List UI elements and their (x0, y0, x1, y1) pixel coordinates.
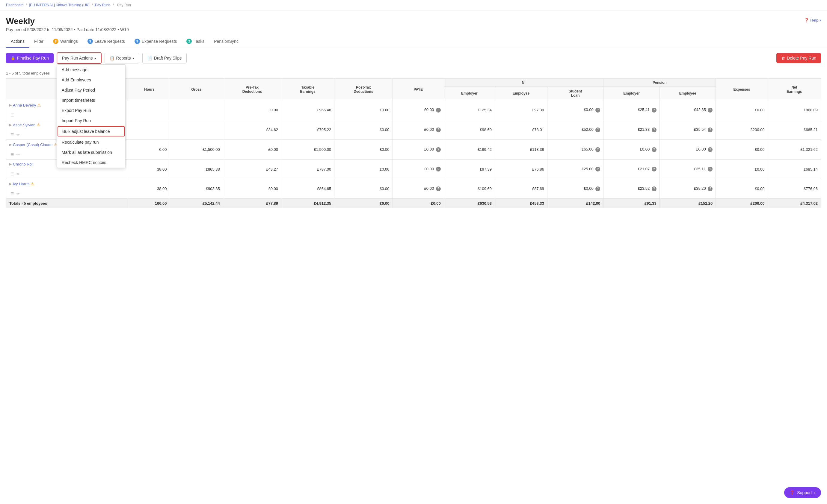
totals-ni-employer: £630.53 (444, 199, 495, 208)
tab-tasks[interactable]: 2 Tasks (182, 35, 209, 48)
col-header-hours: Hours (129, 79, 170, 100)
totals-paye: £0.00 (393, 199, 444, 208)
tab-leave-requests[interactable]: 3 Leave Requests (83, 35, 130, 48)
ni-employer-cell: £125.34 (444, 100, 495, 120)
page-subtitle: Pay period 5/08/2022 to 11/08/2022 • Pai… (6, 27, 821, 32)
reports-button[interactable]: 📋 Reports ▾ (105, 53, 139, 63)
dropdown-recalculate-pay-run[interactable]: Recalculate pay run (57, 137, 125, 147)
pay-run-actions-button[interactable]: Pay Run Actions ▾ (57, 52, 102, 64)
delete-pay-run-button[interactable]: 🗑 Delete Pay Run (776, 53, 821, 63)
help-button[interactable]: ❓ Help ▾ (804, 18, 821, 22)
finalise-pay-run-button[interactable]: 🔒 Finalise Pay Run (6, 53, 54, 63)
edit-icon[interactable]: ✏ (16, 191, 20, 196)
pension-employer-help-icon[interactable]: ? (652, 186, 656, 191)
dropdown-add-employees[interactable]: Add Employees (57, 75, 125, 85)
hours-cell (129, 100, 170, 120)
pension-employer-help-icon[interactable]: ? (652, 167, 656, 171)
net-earnings-cell: £776.96 (768, 179, 821, 199)
edit-icon[interactable]: ✏ (16, 152, 20, 157)
question-circle-icon: ❓ (804, 18, 809, 22)
student-loan-help-icon[interactable]: ? (595, 167, 600, 171)
dropdown-import-timesheets[interactable]: Import timesheets (57, 95, 125, 105)
gross-cell (170, 100, 223, 120)
hours-cell: 38.00 (129, 179, 170, 199)
student-loan-help-icon[interactable]: ? (595, 127, 600, 132)
breadcrumb-pay-runs[interactable]: Pay Runs (95, 3, 110, 7)
pension-employee-help-icon[interactable]: ? (708, 186, 713, 191)
list-icon[interactable]: ☰ (10, 191, 14, 196)
totals-net-earnings: £4,317.02 (768, 199, 821, 208)
pay-run-table: Hours Gross Pre-TaxDeductions TaxableEar… (6, 78, 821, 208)
paye-help-icon[interactable]: ? (436, 147, 441, 152)
ni-employer-cell: £97.39 (444, 160, 495, 179)
student-loan-cell: £25.00 ? (547, 160, 603, 179)
paye-cell: £0.00 ? (393, 160, 444, 179)
tab-pension-sync[interactable]: PensionSync (209, 35, 243, 48)
totals-student-loan: £142.00 (547, 199, 603, 208)
draft-pay-slips-button[interactable]: 📄 Draft Pay Slips (142, 53, 187, 63)
post-tax-ded-cell: £0.00 (334, 179, 393, 199)
pension-employer-cell: £25.41 ? (603, 100, 660, 120)
tab-actions[interactable]: Actions (6, 35, 29, 48)
taxable-earnings-cell: £864.65 (281, 179, 334, 199)
list-icon[interactable]: ☰ (10, 152, 14, 157)
edit-icon[interactable]: ✏ (16, 172, 20, 176)
pension-employer-help-icon[interactable]: ? (652, 108, 656, 113)
pension-employee-help-icon[interactable]: ? (708, 147, 713, 152)
ni-employer-cell: £98.69 (444, 120, 495, 140)
dropdown-mark-late-submission[interactable]: Mark all as late submission (57, 147, 125, 157)
totals-post-tax: £0.00 (334, 199, 393, 208)
table-row: ▶ Ivy Harris ⚠ ☰ ✏ 38.00 £903.85 £0.00 £… (6, 179, 821, 199)
list-icon[interactable]: ☰ (10, 113, 14, 117)
taxable-earnings-cell: £795.22 (281, 120, 334, 140)
pension-employee-help-icon[interactable]: ? (708, 108, 713, 113)
totals-pension-employer: £91.33 (603, 199, 660, 208)
chevron-down-icon: ▾ (820, 18, 821, 22)
hours-cell: 6.00 (129, 140, 170, 160)
dropdown-adjust-pay-period[interactable]: Adjust Pay Period (57, 85, 125, 95)
student-loan-cell: £0.00 ? (547, 179, 603, 199)
pension-employer-cell: £21.07 ? (603, 160, 660, 179)
tab-expense-requests[interactable]: 3 Expense Requests (130, 35, 182, 48)
breadcrumb-dashboard[interactable]: Dashboard (6, 3, 24, 7)
student-loan-help-icon[interactable]: ? (595, 186, 600, 191)
col-header-net-earnings: NetEarnings (768, 79, 821, 100)
dropdown-recheck-hmrc[interactable]: Recheck HMRC notices (57, 157, 125, 168)
totals-gross: £5,142.44 (170, 199, 223, 208)
paye-help-icon[interactable]: ? (436, 127, 441, 132)
pension-employee-help-icon[interactable]: ? (708, 167, 713, 171)
net-earnings-cell: £685.14 (768, 160, 821, 179)
tab-warnings[interactable]: 6 Warnings (48, 35, 83, 48)
student-loan-help-icon[interactable]: ? (595, 147, 600, 152)
edit-icon[interactable]: ✏ (16, 132, 20, 137)
chevron-right-icon: ▶ (9, 182, 12, 186)
col-header-paye: PAYE (393, 79, 444, 100)
col-header-pension-employee: Employee (660, 87, 716, 100)
dropdown-bulk-adjust-leave[interactable]: Bulk adjust leave balance (57, 126, 125, 136)
paye-help-icon[interactable]: ? (436, 108, 441, 113)
student-loan-help-icon[interactable]: ? (595, 108, 600, 113)
employee-name-link[interactable]: ▶ Ivy Harris ⚠ (9, 181, 126, 186)
paye-help-icon[interactable]: ? (436, 186, 441, 191)
dropdown-export-pay-run[interactable]: Export Pay Run (57, 105, 125, 116)
dropdown-add-message[interactable]: Add message (57, 65, 125, 75)
net-earnings-cell: £1,321.62 (768, 140, 821, 160)
pension-employee-help-icon[interactable]: ? (708, 127, 713, 132)
pay-run-actions-dropdown[interactable]: Pay Run Actions ▾ Add message Add Employ… (57, 52, 102, 64)
pension-employee-cell: £39.20 ? (660, 179, 716, 199)
ni-employee-cell: £113.38 (495, 140, 547, 160)
col-header-pension-group: Pension (603, 79, 716, 87)
table-row: ▶ Ashe Sylvian ⚠ ☰ ✏ £34.62 £795.22 £0.0… (6, 120, 821, 140)
pre-tax-ded-cell: £43.27 (223, 160, 281, 179)
pension-employer-help-icon[interactable]: ? (652, 127, 656, 132)
dropdown-import-pay-run[interactable]: Import Pay Run (57, 116, 125, 126)
pension-employer-help-icon[interactable]: ? (652, 147, 656, 152)
paye-help-icon[interactable]: ? (436, 167, 441, 171)
student-loan-cell: £65.00 ? (547, 140, 603, 160)
chevron-right-icon: ▶ (9, 103, 12, 107)
gross-cell (170, 120, 223, 140)
list-icon[interactable]: ☰ (10, 172, 14, 176)
tab-filter[interactable]: Filter (29, 35, 48, 48)
breadcrumb-company[interactable]: [EH INTERNAL] Kidows Training (UK) (29, 3, 90, 7)
list-icon[interactable]: ☰ (10, 132, 14, 137)
